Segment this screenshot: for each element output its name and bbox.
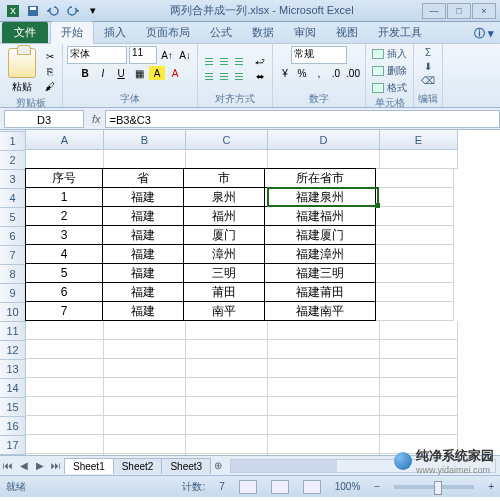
cell-A5[interactable]: 3 — [25, 225, 103, 245]
cell-C9[interactable]: 南平 — [183, 301, 265, 321]
row-header-15[interactable]: 15 — [0, 398, 26, 417]
cell-B9[interactable]: 福建 — [102, 301, 184, 321]
cut-icon[interactable]: ✂ — [42, 49, 58, 63]
sheet-nav-last-icon[interactable]: ⏭ — [48, 458, 64, 474]
cell-E1[interactable] — [380, 150, 458, 169]
cell-A7[interactable]: 5 — [25, 263, 103, 283]
tab-insert[interactable]: 插入 — [94, 22, 136, 43]
save-icon[interactable] — [24, 2, 42, 20]
cell-D12[interactable] — [268, 359, 380, 378]
cell-A10[interactable] — [26, 321, 104, 340]
zoom-slider[interactable] — [394, 485, 474, 489]
cell-B1[interactable] — [104, 150, 186, 169]
cell-C5[interactable]: 厦门 — [183, 225, 265, 245]
sheet-nav-first-icon[interactable]: ⏮ — [0, 458, 16, 474]
paste-button[interactable]: 粘贴 — [4, 46, 40, 96]
cell-A15[interactable] — [26, 416, 104, 435]
increase-decimal-icon[interactable]: .0 — [328, 66, 344, 80]
column-header-E[interactable]: E — [380, 130, 458, 150]
zoom-in-icon[interactable]: + — [488, 481, 494, 492]
align-top-icon[interactable] — [202, 55, 216, 69]
sheet-tab-2[interactable]: Sheet2 — [113, 458, 163, 474]
view-pagebreak-icon[interactable] — [303, 480, 321, 494]
cell-A12[interactable] — [26, 359, 104, 378]
cell-E12[interactable] — [380, 359, 458, 378]
cell-C13[interactable] — [186, 378, 268, 397]
tab-layout[interactable]: 页面布局 — [136, 22, 200, 43]
cell-B6[interactable]: 福建 — [102, 244, 184, 264]
cell-D8[interactable]: 福建莆田 — [264, 282, 376, 302]
cell-A11[interactable] — [26, 340, 104, 359]
copy-icon[interactable]: ⎘ — [42, 64, 58, 78]
cell-D15[interactable] — [268, 416, 380, 435]
cell-C1[interactable] — [186, 150, 268, 169]
cell-E7[interactable] — [376, 264, 454, 283]
cell-C2[interactable]: 市 — [183, 168, 265, 188]
cell-C15[interactable] — [186, 416, 268, 435]
align-bottom-icon[interactable] — [232, 55, 246, 69]
increase-font-icon[interactable]: A↑ — [159, 48, 175, 62]
cell-E5[interactable] — [376, 226, 454, 245]
cell-D7[interactable]: 福建三明 — [264, 263, 376, 283]
clear-button[interactable]: ⌫ — [419, 74, 437, 87]
row-header-16[interactable]: 16 — [0, 417, 26, 436]
cell-C14[interactable] — [186, 397, 268, 416]
cell-B2[interactable]: 省 — [102, 168, 184, 188]
view-normal-icon[interactable] — [239, 480, 257, 494]
cell-E2[interactable] — [376, 169, 454, 188]
cell-D1[interactable] — [268, 150, 380, 169]
fx-icon[interactable]: fx — [88, 113, 105, 125]
cell-B12[interactable] — [104, 359, 186, 378]
zoom-out-icon[interactable]: − — [374, 481, 380, 492]
close-button[interactable]: × — [472, 3, 496, 19]
cell-B8[interactable]: 福建 — [102, 282, 184, 302]
cell-E8[interactable] — [376, 283, 454, 302]
cell-D3[interactable]: 福建泉州 — [264, 187, 376, 207]
cell-C11[interactable] — [186, 340, 268, 359]
redo-icon[interactable] — [64, 2, 82, 20]
row-header-17[interactable]: 17 — [0, 436, 26, 455]
wrap-text-icon[interactable]: ⮐ — [252, 55, 268, 69]
decrease-font-icon[interactable]: A↓ — [177, 48, 193, 62]
cell-D10[interactable] — [268, 321, 380, 340]
comma-icon[interactable]: , — [311, 66, 327, 80]
cell-E14[interactable] — [380, 397, 458, 416]
cell-A8[interactable]: 6 — [25, 282, 103, 302]
tab-file[interactable]: 文件 — [2, 22, 48, 43]
cell-B5[interactable]: 福建 — [102, 225, 184, 245]
tab-formulas[interactable]: 公式 — [200, 22, 242, 43]
cell-D2[interactable]: 所在省市 — [264, 168, 376, 188]
row-header-9[interactable]: 9 — [0, 284, 26, 303]
cell-E10[interactable] — [380, 321, 458, 340]
cell-B4[interactable]: 福建 — [102, 206, 184, 226]
cell-B7[interactable]: 福建 — [102, 263, 184, 283]
cell-A13[interactable] — [26, 378, 104, 397]
format-cells-button[interactable]: 格式 — [370, 80, 409, 96]
cell-E6[interactable] — [376, 245, 454, 264]
row-header-5[interactable]: 5 — [0, 208, 26, 227]
cell-C7[interactable]: 三明 — [183, 263, 265, 283]
cell-B10[interactable] — [104, 321, 186, 340]
align-left-icon[interactable] — [202, 70, 216, 84]
undo-icon[interactable] — [44, 2, 62, 20]
cell-D11[interactable] — [268, 340, 380, 359]
cell-B14[interactable] — [104, 397, 186, 416]
cell-C10[interactable] — [186, 321, 268, 340]
cell-D6[interactable]: 福建漳州 — [264, 244, 376, 264]
font-size-select[interactable]: 11 — [129, 46, 157, 64]
cell-A4[interactable]: 2 — [25, 206, 103, 226]
help-icon[interactable]: ⓘ ▾ — [468, 24, 500, 43]
cell-E13[interactable] — [380, 378, 458, 397]
merge-icon[interactable]: ⬌ — [252, 70, 268, 84]
row-header-12[interactable]: 12 — [0, 341, 26, 360]
fill-color-icon[interactable]: A — [149, 66, 165, 80]
italic-button[interactable]: I — [95, 66, 111, 80]
cell-A3[interactable]: 1 — [25, 187, 103, 207]
row-header-7[interactable]: 7 — [0, 246, 26, 265]
cell-A14[interactable] — [26, 397, 104, 416]
cell-B17[interactable] — [104, 454, 186, 455]
cell-C17[interactable] — [186, 454, 268, 455]
cell-A2[interactable]: 序号 — [25, 168, 103, 188]
sheet-nav-next-icon[interactable]: ▶ — [32, 458, 48, 474]
underline-button[interactable]: U — [113, 66, 129, 80]
